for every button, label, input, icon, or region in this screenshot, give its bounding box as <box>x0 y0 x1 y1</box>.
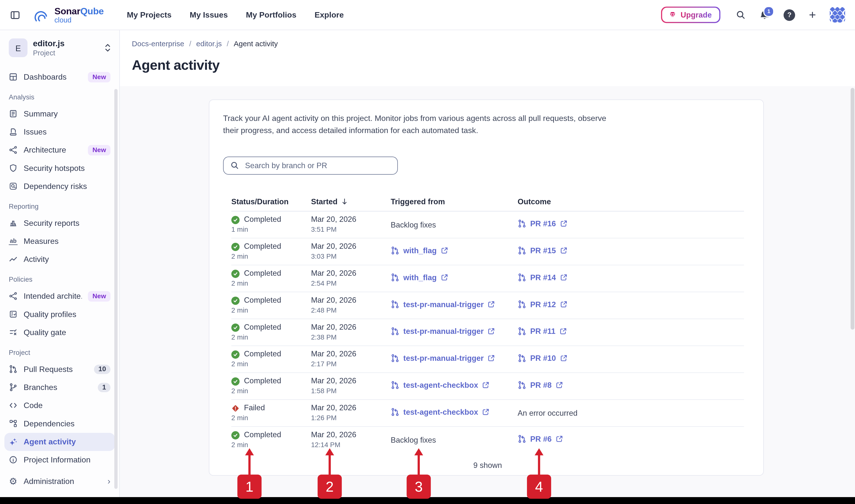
breadcrumb-org[interactable]: Docs-enterprise <box>132 40 184 48</box>
started-date: Mar 20, 2026 <box>311 430 391 440</box>
sidebar-item-dependency-risks[interactable]: Dependency risks <box>0 177 119 195</box>
sidebar-toggle-button[interactable] <box>10 10 20 20</box>
pull-request-icon <box>391 273 399 282</box>
started-time: 3:51 PM <box>311 226 391 234</box>
sidebar-item-administration[interactable]: ⚙ Administration › <box>0 472 119 490</box>
duration: 2 min <box>231 414 311 422</box>
nav-my-portfolios[interactable]: My Portfolios <box>246 11 297 19</box>
sidebar-item-branches[interactable]: Branches 1 <box>0 378 119 396</box>
trigger-text: Backlog fixes <box>391 220 436 229</box>
panel-icon <box>10 10 20 20</box>
sidebar-item-label: Summary <box>24 109 111 118</box>
outcome-pr-link[interactable]: PR #11 <box>518 327 567 336</box>
new-badge: New <box>88 72 110 82</box>
sidebar-item-quality-gate[interactable]: Quality gate <box>0 323 119 341</box>
sidebar-item-label: Security hotspots <box>24 164 111 173</box>
started-date: Mar 20, 2026 <box>311 403 391 413</box>
sidebar-item-code[interactable]: Code <box>0 396 119 414</box>
duration: 2 min <box>231 360 311 369</box>
nav-explore[interactable]: Explore <box>315 11 344 19</box>
project-switcher[interactable]: E editor.js Project <box>0 30 119 64</box>
pull-request-icon <box>391 246 399 255</box>
help-button[interactable]: ? <box>784 9 795 21</box>
global-search-button[interactable] <box>736 10 746 20</box>
user-avatar[interactable] <box>830 7 845 22</box>
trigger-branch-link[interactable]: with_flag <box>391 273 448 282</box>
column-triggered-from[interactable]: Triggered from <box>391 197 518 206</box>
notification-badge: 1 <box>763 6 774 17</box>
column-status-duration[interactable]: Status/Duration <box>231 197 311 206</box>
upgrade-button[interactable]: Upgrade <box>661 7 720 23</box>
breadcrumb-project[interactable]: editor.js <box>196 40 222 48</box>
branch-pr-search[interactable] <box>223 157 398 175</box>
outcome-label: PR #16 <box>530 219 556 228</box>
sidebar-item-quality-profiles[interactable]: Quality profiles <box>0 305 119 323</box>
project-type: Project <box>33 49 98 58</box>
status-success-icon <box>231 323 239 331</box>
page-scrollbar[interactable] <box>851 88 855 329</box>
sidebar-item-agent-activity[interactable]: Agent activity <box>4 433 115 451</box>
sidebar-item-label: Activity <box>24 255 111 264</box>
logo-sonar: Sonar <box>54 6 81 16</box>
external-link-icon <box>560 354 568 362</box>
outcome-pr-link[interactable]: PR #8 <box>518 381 563 390</box>
column-outcome[interactable]: Outcome <box>518 197 744 206</box>
info-icon <box>9 455 18 464</box>
outcome-pr-link[interactable]: PR #15 <box>518 246 567 255</box>
column-started[interactable]: Started <box>311 197 391 206</box>
status-label: Completed <box>244 376 281 386</box>
sidebar-item-dependencies[interactable]: Dependencies <box>0 414 119 433</box>
trigger-branch-link[interactable]: test-pr-manual-trigger <box>391 354 495 362</box>
outcome-pr-link[interactable]: PR #14 <box>518 273 567 282</box>
outcome-pr-link[interactable]: PR #6 <box>518 434 563 444</box>
sidebar-item-dashboards[interactable]: Dashboards New <box>0 68 119 86</box>
external-link-icon <box>441 273 448 281</box>
sidebar-item-label: Measures <box>24 237 111 246</box>
started-date: Mar 20, 2026 <box>311 215 391 224</box>
duration: 2 min <box>231 334 311 342</box>
outcome-pr-link[interactable]: PR #12 <box>518 300 567 309</box>
nav-my-projects[interactable]: My Projects <box>127 11 172 19</box>
trigger-branch-link[interactable]: test-agent-checkbox <box>391 408 489 416</box>
search-input[interactable] <box>244 161 391 170</box>
notifications-button[interactable]: 1 <box>760 10 770 20</box>
pull-request-icon <box>518 354 527 362</box>
pull-request-icon <box>391 381 399 390</box>
external-link-icon <box>482 408 489 416</box>
create-button[interactable]: + <box>809 9 816 21</box>
trigger-branch-link[interactable]: test-pr-manual-trigger <box>391 327 495 336</box>
sidebar-scrollbar[interactable] <box>114 89 118 489</box>
sidebar-item-security-reports[interactable]: Security reports <box>0 214 119 232</box>
outcome-pr-link[interactable]: PR #10 <box>518 354 567 362</box>
agent-activity-card: Track your AI agent activity on this pro… <box>209 100 764 475</box>
annotation-arrow-shaft <box>538 455 540 474</box>
annotation-badge-2: 2 <box>318 474 342 499</box>
trigger-branch-link[interactable]: test-pr-manual-trigger <box>391 300 495 309</box>
started-time: 1:26 PM <box>311 414 391 422</box>
sidebar-item-summary[interactable]: Summary <box>0 105 119 123</box>
sidebar-item-pull-requests[interactable]: Pull Requests 10 <box>0 360 119 378</box>
sidebar-item-project-information[interactable]: Project Information <box>0 451 119 469</box>
status-success-icon <box>231 431 239 439</box>
sidebar-item-security-hotspots[interactable]: Security hotspots <box>0 159 119 177</box>
started-date: Mar 20, 2026 <box>311 376 391 386</box>
sidebar-item-issues[interactable]: Issues <box>0 123 119 141</box>
project-name: editor.js <box>33 38 98 48</box>
sidebar-section-project: Project <box>0 347 119 358</box>
outcome-pr-link[interactable]: PR #16 <box>518 219 567 228</box>
sidebar-item-label: Security reports <box>24 219 111 228</box>
sidebar-item-intended-architecture[interactable]: Intended archite... New <box>0 287 119 305</box>
annotation-badge-1: 1 <box>237 474 262 499</box>
sonarqube-logo[interactable]: SonarQube cloud <box>31 5 104 25</box>
sidebar-item-activity[interactable]: Activity <box>0 250 119 268</box>
sidebar-item-architecture[interactable]: Architecture New <box>0 141 119 159</box>
logo-qube: Qube <box>81 6 104 16</box>
trigger-branch-link[interactable]: test-agent-checkbox <box>391 381 489 390</box>
external-link-icon <box>487 354 495 362</box>
sidebar-item-measures[interactable]: ab Measures <box>0 232 119 250</box>
breadcrumb-separator: / <box>189 40 191 48</box>
status-success-icon <box>231 296 239 305</box>
nav-my-issues[interactable]: My Issues <box>190 11 228 19</box>
sparkles-icon <box>9 437 18 446</box>
trigger-branch-link[interactable]: with_flag <box>391 246 448 255</box>
